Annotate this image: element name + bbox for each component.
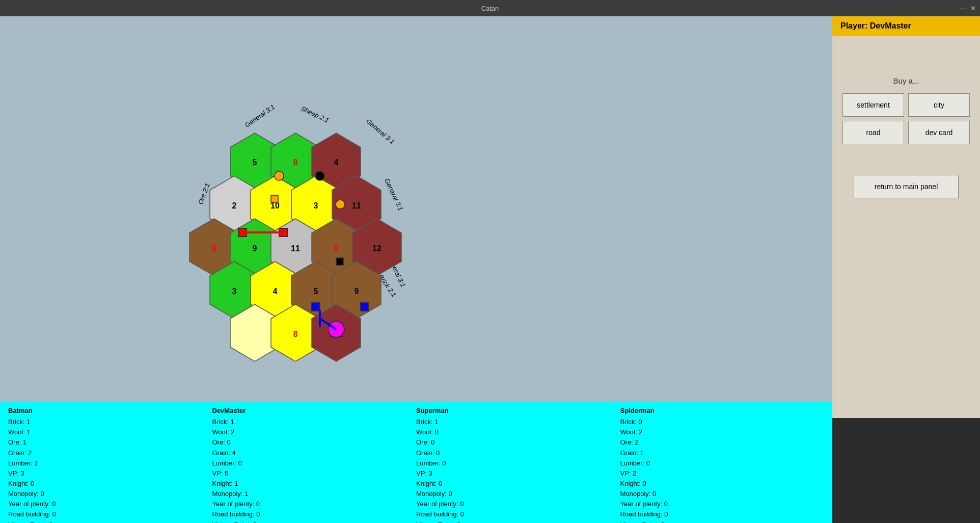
svg-text:3: 3: [232, 287, 237, 296]
svg-marker-32: [352, 219, 401, 276]
devmaster-lumber: Lumber: 0: [212, 458, 417, 468]
devmaster-wool: Wool: 2: [212, 427, 417, 437]
close-button[interactable]: ✕: [970, 5, 976, 12]
minimize-button[interactable]: —: [960, 5, 966, 12]
svg-text:Sheep 2:1: Sheep 2:1: [300, 104, 330, 124]
spiderman-monopoly: Monopoly: 0: [620, 489, 825, 499]
return-to-main-panel-button[interactable]: return to main panel: [854, 175, 959, 198]
svg-marker-40: [332, 262, 381, 319]
svg-rect-56: [361, 303, 369, 311]
svg-text:General 3:1: General 3:1: [237, 312, 270, 338]
devmaster-ore: Ore: 0: [212, 437, 417, 448]
batman-monopoly: Monopoly: 0: [8, 489, 212, 499]
buy-label: Buy a...: [893, 76, 919, 85]
svg-marker-16: [210, 176, 259, 233]
spiderman-wool: Wool: 2: [620, 427, 825, 437]
devmaster-year-of-plenty: Year of plenty: 0: [212, 499, 417, 509]
right-panel: Player: DevMaster Buy a... settlement ci…: [832, 16, 980, 418]
svg-marker-22: [332, 176, 381, 233]
player-stats-devmaster: DevMaster Brick: 1 Wool: 2 Ore: 0 Grain:…: [212, 406, 417, 519]
spiderman-vp: VP: 2: [620, 468, 825, 479]
svg-text:6: 6: [334, 244, 339, 253]
devmaster-grain: Grain: 4: [212, 448, 417, 458]
superman-vp: VP: 3: [416, 468, 620, 479]
batman-knight: Knight: 0: [8, 479, 212, 489]
buy-section: Buy a... settlement city road dev card r…: [832, 76, 980, 198]
svg-point-50: [336, 200, 345, 209]
devmaster-knight: Knight: 1: [212, 479, 417, 489]
svg-marker-12: [271, 133, 320, 190]
svg-text:9: 9: [355, 287, 359, 296]
batman-wool: Wool: 1: [8, 427, 212, 437]
svg-line-59: [320, 319, 336, 329]
spiderman-brick: Brick: 0: [620, 417, 825, 427]
devmaster-brick: Brick: 1: [212, 417, 417, 427]
svg-text:Ore 2:1: Ore 2:1: [197, 182, 211, 205]
superman-knight: Knight: 0: [416, 479, 620, 489]
batman-grain: Grain: 2: [8, 448, 212, 458]
road-button[interactable]: road: [842, 121, 904, 144]
superman-road-building: Road building: 0: [416, 509, 620, 519]
superman-monopoly: Monopoly: 0: [416, 489, 620, 499]
superman-ore: Ore: 0: [416, 437, 620, 448]
stats-panel: Batman Brick: 1 Wool: 1 Ore: 1 Grain: 2 …: [0, 402, 832, 523]
svg-text:6: 6: [212, 244, 216, 253]
svg-text:Lumber 2:1: Lumber 2:1: [315, 317, 349, 338]
buy-buttons: settlement city road dev card: [842, 93, 970, 144]
superman-wool: Wool: 0: [416, 427, 620, 437]
spiderman-victory-point: Victory Point: 0: [620, 520, 825, 523]
svg-text:General 3:1: General 3:1: [386, 254, 407, 289]
batman-victory-point: Victory Point: 0: [8, 520, 212, 523]
svg-point-57: [328, 321, 344, 337]
batman-road-building: Road building: 0: [8, 509, 212, 519]
svg-marker-42: [230, 304, 279, 361]
player-name-superman: Superman: [416, 406, 620, 416]
title-bar: Catan — ✕: [0, 0, 980, 16]
city-button[interactable]: city: [908, 93, 970, 117]
svg-marker-36: [251, 262, 300, 319]
svg-marker-18: [251, 176, 300, 233]
batman-vp: VP: 3: [8, 468, 212, 479]
svg-text:4: 4: [334, 158, 339, 167]
svg-rect-54: [336, 258, 343, 265]
svg-point-47: [275, 171, 284, 180]
game-board: General 3:1 Sheep 2:1 General 3:1 Ore 2:…: [0, 16, 832, 418]
svg-text:12: 12: [372, 244, 382, 253]
svg-rect-55: [312, 303, 320, 311]
svg-marker-10: [230, 133, 279, 190]
player-stats-batman: Batman Brick: 1 Wool: 1 Ore: 1 Grain: 2 …: [8, 406, 212, 519]
svg-text:General 3:1: General 3:1: [383, 177, 404, 212]
devmaster-monopoly: Monopoly: 1: [212, 489, 417, 499]
svg-text:2: 2: [232, 201, 237, 210]
settlement-button[interactable]: settlement: [842, 93, 904, 117]
devmaster-vp: VP: 5: [212, 468, 417, 479]
spiderman-grain: Grain: 1: [620, 448, 825, 458]
svg-marker-43: [271, 304, 320, 361]
spiderman-ore: Ore: 2: [620, 437, 825, 448]
dev-card-button[interactable]: dev card: [908, 121, 970, 144]
svg-text:General 3:1: General 3:1: [243, 103, 276, 129]
svg-rect-51: [238, 228, 247, 237]
batman-ore: Ore: 1: [8, 437, 212, 448]
svg-marker-38: [291, 262, 340, 319]
spiderman-lumber: Lumber: 0: [620, 458, 825, 468]
svg-text:General 3:1: General 3:1: [365, 117, 396, 145]
svg-marker-14: [312, 133, 361, 190]
spiderman-year-of-plenty: Year of plenty: 0: [620, 499, 825, 509]
svg-marker-24: [189, 219, 238, 276]
superman-victory-point: Victory Point: 0: [416, 520, 620, 523]
spiderman-road-building: Road building: 0: [620, 509, 825, 519]
svg-marker-28: [271, 219, 320, 276]
svg-text:11: 11: [352, 201, 361, 210]
player-header: Player: DevMaster: [832, 16, 980, 36]
svg-text:11: 11: [291, 244, 300, 253]
svg-text:8: 8: [293, 158, 298, 167]
svg-text:5: 5: [253, 158, 257, 167]
svg-text:4: 4: [273, 287, 278, 296]
player-name-spiderman: Spiderman: [620, 406, 825, 416]
svg-point-48: [315, 171, 324, 180]
player-name-devmaster: DevMaster: [212, 406, 417, 416]
svg-text:2:1: 2:1: [330, 330, 342, 338]
batman-brick: Brick: 1: [8, 417, 212, 427]
svg-text:8: 8: [293, 330, 298, 338]
